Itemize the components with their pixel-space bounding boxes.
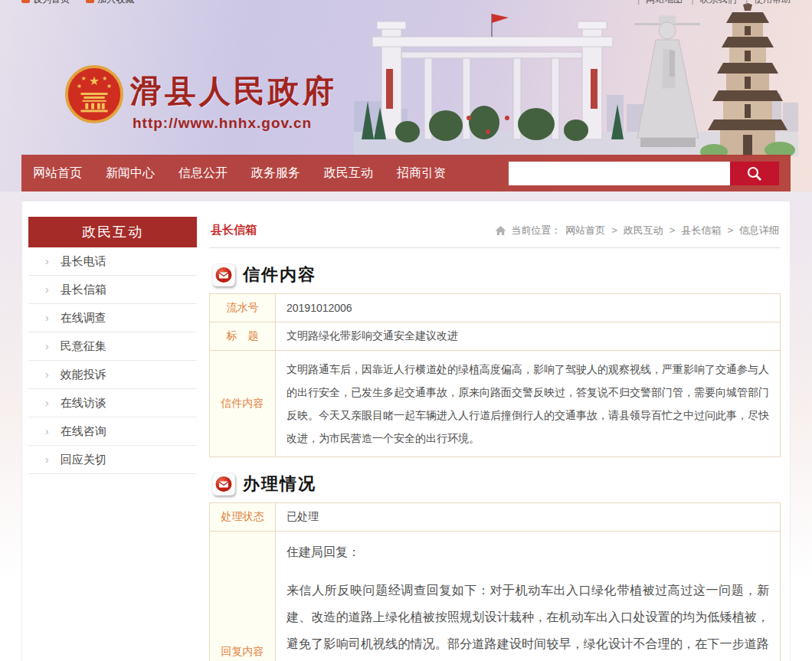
- sidebar-item-response-concern[interactable]: ›回应关切: [28, 446, 197, 474]
- sidebar-item-efficiency-complaint[interactable]: ›效能投诉: [28, 361, 197, 389]
- breadcrumb: 当前位置： 网站首页 > 政民互动 > 县长信箱 > 信息详细: [495, 224, 779, 237]
- top-link-bar: 设为首页 加入收藏 |网站地图 |联系我们 |使用帮助: [21, 0, 791, 7]
- nav-item-services[interactable]: 政务服务: [251, 155, 300, 191]
- content-panel: 政民互动 ›县长电话 ›县长信箱 ›在线调查 ›民意征集 ›效能投诉 ›在线访谈…: [21, 201, 791, 661]
- main-nav: 网站首页 新闻中心 信息公开 政务服务 政民互动 招商引资: [21, 155, 791, 191]
- status-value: 已处理: [276, 503, 781, 532]
- home-icon: [495, 225, 506, 236]
- breadcrumb-interaction[interactable]: 政民互动: [624, 224, 663, 237]
- top-link[interactable]: 加入收藏: [86, 0, 134, 5]
- serial-label: 流水号: [210, 294, 276, 322]
- breadcrumb-home[interactable]: 网站首页: [565, 224, 605, 237]
- chevron-right-icon: ›: [45, 446, 49, 473]
- reply-content: 住建局回复： 来信人所反映问题经调查回复如下：对于机动车出入口绿化带植被过高过这…: [276, 532, 781, 661]
- letter-table: 流水号 20191012006 标 题 文明路绿化带影响交通安全建议改进 信件内…: [209, 293, 781, 457]
- letter-content-value: 文明路通车后，因靠近人行横道处的绿植高度偏高，影响了驾驶人的观察视线，严重影响了…: [276, 351, 781, 457]
- nav-item-investment[interactable]: 招商引资: [397, 155, 446, 191]
- status-label: 处理状态: [210, 503, 276, 532]
- chevron-right-icon: ›: [45, 389, 49, 417]
- nav-item-interaction[interactable]: 政民互动: [324, 155, 373, 191]
- site-title: 滑县人民政府: [130, 70, 337, 113]
- reply-label: 回复内容: [210, 532, 276, 661]
- sidebar-item-online-consult[interactable]: ›在线咨询: [28, 417, 197, 446]
- serial-value: 20191012006: [276, 294, 781, 322]
- nav-item-info[interactable]: 信息公开: [178, 155, 228, 191]
- subject-value: 文明路绿化带影响交通安全建议改进: [276, 322, 781, 351]
- svg-text:★: ★: [106, 83, 112, 90]
- search-icon: [746, 165, 763, 182]
- header-scenery: [354, 3, 798, 156]
- reply-paragraph: 住建局回复：: [286, 538, 769, 565]
- page-title: 县长信箱: [211, 223, 257, 237]
- table-row: 标 题 文明路绿化带影响交通安全建议改进: [210, 322, 781, 351]
- top-link[interactable]: 设为首页: [21, 0, 70, 5]
- sidebar-title: 政民互动: [28, 217, 197, 247]
- search-button[interactable]: [730, 162, 779, 185]
- breadcrumb-detail: 信息详细: [739, 224, 779, 237]
- chevron-right-icon: ›: [45, 304, 49, 332]
- letter-section-header: 信件内容: [209, 260, 781, 293]
- top-link[interactable]: 使用帮助: [754, 0, 791, 5]
- sidebar-item-mayor-mailbox[interactable]: ›县长信箱: [28, 276, 197, 304]
- main-content: 县长信箱 当前位置： 网站首页 > 政民互动 > 县长信箱 > 信息详细: [209, 208, 781, 661]
- nav-item-home[interactable]: 网站首页: [33, 155, 82, 191]
- chevron-right-icon: ›: [45, 247, 49, 275]
- top-link[interactable]: 网站地图: [646, 0, 683, 5]
- bookmark-icon: [21, 0, 30, 3]
- national-emblem-icon: ★ ★ ★ ★ ★: [64, 64, 124, 124]
- star-icon: [86, 0, 94, 3]
- site-header: 设为首页 加入收藏 |网站地图 |联系我们 |使用帮助: [0, 0, 812, 191]
- top-link[interactable]: 联系我们: [700, 0, 737, 5]
- handle-table: 处理状态 已处理 回复内容 住建局回复： 来信人所反映问题经调查回复如下：对于机…: [209, 502, 781, 661]
- letter-section-title: 信件内容: [243, 263, 316, 286]
- chevron-right-icon: ›: [45, 332, 49, 360]
- chevron-right-icon: ›: [45, 417, 49, 445]
- handle-section-title: 办理情况: [243, 473, 316, 496]
- sidebar: 政民互动 ›县长电话 ›县长信箱 ›在线调查 ›民意征集 ›效能投诉 ›在线访谈…: [28, 208, 197, 661]
- mail-icon: [212, 263, 235, 286]
- search-input[interactable]: [509, 162, 730, 185]
- sidebar-item-online-survey[interactable]: ›在线调查: [28, 304, 197, 332]
- table-row: 流水号 20191012006: [210, 294, 781, 322]
- reply-paragraph: 来信人所反映问题经调查回复如下：对于机动车出入口绿化带植被过高过这一问题，新建、…: [286, 577, 769, 661]
- sidebar-item-online-interview[interactable]: ›在线访谈: [28, 389, 197, 417]
- table-row: 回复内容 住建局回复： 来信人所反映问题经调查回复如下：对于机动车出入口绿化带植…: [210, 532, 781, 661]
- handle-section-header: 办理情况: [209, 470, 781, 502]
- svg-text:★: ★: [89, 74, 100, 87]
- table-row: 信件内容 文明路通车后，因靠近人行横道处的绿植高度偏高，影响了驾驶人的观察视线，…: [210, 351, 781, 457]
- sidebar-item-opinion-collection[interactable]: ›民意征集: [28, 332, 197, 361]
- subject-label: 标 题: [210, 322, 276, 351]
- mail-icon: [212, 473, 235, 496]
- svg-text:★: ★: [102, 75, 107, 82]
- svg-text:★: ★: [81, 75, 87, 82]
- nav-item-news[interactable]: 新闻中心: [106, 155, 155, 191]
- chevron-right-icon: ›: [45, 361, 49, 388]
- sidebar-item-mayor-phone[interactable]: ›县长电话: [28, 247, 197, 276]
- chevron-right-icon: ›: [45, 276, 49, 303]
- table-row: 处理状态 已处理: [210, 503, 781, 532]
- site-url: http://www.hnhx.gov.cn: [133, 115, 312, 132]
- letter-content-label: 信件内容: [210, 351, 276, 457]
- svg-text:★: ★: [77, 83, 82, 90]
- breadcrumb-mailbox[interactable]: 县长信箱: [681, 224, 721, 237]
